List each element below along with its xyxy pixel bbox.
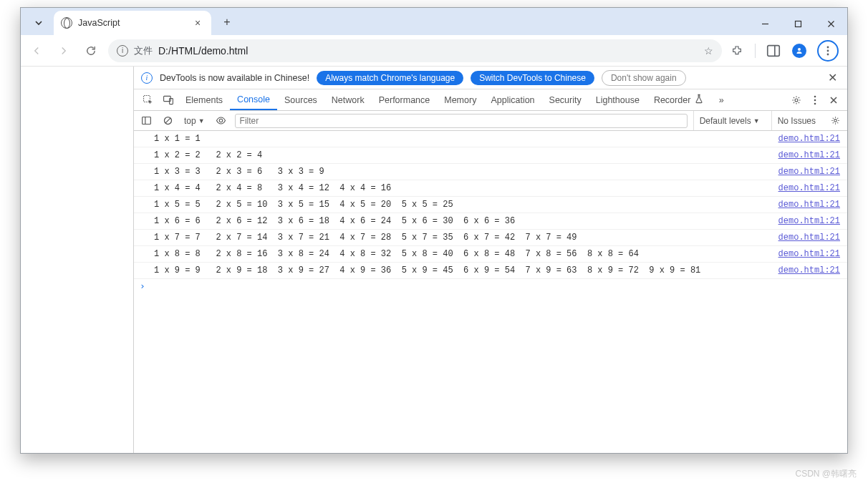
tab-close-button[interactable]: × <box>191 16 204 29</box>
tab-sources[interactable]: Sources <box>277 89 324 110</box>
console-log-message: 1 x 8 = 8 2 x 8 = 16 3 x 8 = 24 4 x 8 = … <box>134 246 778 262</box>
execution-context-selector[interactable]: top ▼ <box>181 116 208 126</box>
site-info-icon[interactable]: i <box>117 45 128 57</box>
infobar-close-button[interactable]: ✕ <box>824 71 840 84</box>
console-log-message: 1 x 1 = 1 <box>134 131 778 147</box>
tab-application[interactable]: Application <box>483 89 541 110</box>
svg-point-8 <box>795 99 798 102</box>
console-log-source-link[interactable]: demo.html:21 <box>778 246 847 262</box>
svg-rect-0 <box>795 21 801 26</box>
more-tabs-button[interactable]: » <box>712 89 730 110</box>
chevron-down-icon: ▼ <box>753 117 760 125</box>
console-log-row: 1 x 9 = 9 2 x 9 = 18 3 x 9 = 27 4 x 9 = … <box>134 263 847 279</box>
watermark: CSDN @韩曙亮 <box>795 468 857 480</box>
toggle-sidebar-icon[interactable] <box>138 113 154 129</box>
tab-strip: JavaScript × + <box>21 8 847 35</box>
svg-point-14 <box>219 119 223 122</box>
tab-lighthouse[interactable]: Lighthouse <box>589 89 647 110</box>
svg-point-3 <box>827 49 829 52</box>
tab-performance[interactable]: Performance <box>372 89 438 110</box>
clear-console-icon[interactable] <box>160 113 175 129</box>
extensions-icon[interactable] <box>729 43 745 59</box>
window-close-button[interactable] <box>814 12 847 35</box>
filter-input[interactable] <box>235 114 688 128</box>
tab-network[interactable]: Network <box>324 89 372 110</box>
infobar-match-language-button[interactable]: Always match Chrome's language <box>317 71 463 85</box>
console-log-row: 1 x 3 = 3 2 x 3 = 6 3 x 3 = 9demo.html:2… <box>134 164 847 180</box>
console-log-row: 1 x 2 = 2 2 x 2 = 4demo.html:21 <box>134 147 847 164</box>
console-output[interactable]: 1 x 1 = 1demo.html:211 x 2 = 2 2 x 2 = 4… <box>134 131 847 453</box>
live-expression-icon[interactable] <box>213 113 229 129</box>
inspect-element-icon[interactable] <box>138 89 158 110</box>
issues-indicator[interactable]: No Issues <box>771 111 821 130</box>
console-log-source-link[interactable]: demo.html:21 <box>778 213 847 229</box>
nav-reload-button[interactable] <box>81 41 101 61</box>
console-toolbar: top ▼ Default levels ▼ No Issues <box>134 111 847 131</box>
console-log-row: 1 x 7 = 7 2 x 7 = 14 3 x 7 = 21 4 x 7 = … <box>134 230 847 246</box>
devtools-panel: i DevTools is now available in Chinese! … <box>134 67 847 453</box>
nav-back-button[interactable] <box>26 41 47 61</box>
log-levels-selector[interactable]: Default levels ▼ <box>693 111 766 130</box>
svg-point-15 <box>834 119 836 122</box>
page-content <box>21 67 134 453</box>
infobar-switch-language-button[interactable]: Switch DevTools to Chinese <box>471 71 594 85</box>
svg-point-2 <box>827 46 829 48</box>
tab-title: JavaScript <box>78 18 120 28</box>
url-scheme: 文件 <box>134 44 153 57</box>
info-icon: i <box>141 72 153 84</box>
new-tab-button[interactable]: + <box>217 12 237 32</box>
devtools-infobar: i DevTools is now available in Chinese! … <box>134 67 847 89</box>
url-path: D:/HTML/demo.html <box>158 45 248 57</box>
console-log-message: 1 x 2 = 2 2 x 2 = 4 <box>134 147 778 163</box>
side-panel-icon[interactable] <box>766 43 781 59</box>
console-log-source-link[interactable]: demo.html:21 <box>778 147 847 163</box>
window-controls <box>748 12 847 35</box>
devtools-settings-icon[interactable] <box>787 89 806 110</box>
svg-point-11 <box>814 102 816 104</box>
tab-search-button[interactable] <box>28 12 49 34</box>
infobar-dismiss-button[interactable]: Don't show again <box>602 70 686 86</box>
console-log-source-link[interactable]: demo.html:21 <box>778 131 847 147</box>
chrome-menu-button[interactable] <box>817 40 839 62</box>
console-settings-icon[interactable] <box>827 113 843 129</box>
console-log-message: 1 x 5 = 5 2 x 5 = 10 3 x 5 = 15 4 x 5 = … <box>134 197 778 213</box>
console-log-row: 1 x 5 = 5 2 x 5 = 10 3 x 5 = 15 4 x 5 = … <box>134 197 847 213</box>
console-log-row: 1 x 1 = 1demo.html:21 <box>134 131 847 147</box>
console-log-message: 1 x 6 = 6 2 x 6 = 12 3 x 6 = 18 4 x 6 = … <box>134 213 778 229</box>
browser-tab[interactable]: JavaScript × <box>54 11 211 35</box>
console-log-row: 1 x 4 = 4 2 x 4 = 8 3 x 4 = 12 4 x 4 = 1… <box>134 180 847 197</box>
tab-console[interactable]: Console <box>230 89 277 110</box>
device-toolbar-icon[interactable] <box>158 89 178 110</box>
url-field[interactable]: i 文件 D:/HTML/demo.html ☆ <box>108 39 722 62</box>
devtools-menu-button[interactable] <box>806 89 824 110</box>
tab-recorder[interactable]: Recorder <box>647 89 712 110</box>
console-log-row: 1 x 6 = 6 2 x 6 = 12 3 x 6 = 18 4 x 6 = … <box>134 213 847 230</box>
svg-rect-12 <box>142 117 150 125</box>
svg-rect-1 <box>768 45 780 56</box>
browser-window: JavaScript × + i 文件 D:/HTML/demo.html ☆ <box>20 7 848 454</box>
console-log-row: 1 x 8 = 8 2 x 8 = 16 3 x 8 = 24 4 x 8 = … <box>134 246 847 263</box>
console-filter[interactable] <box>235 114 688 128</box>
svg-point-10 <box>814 99 816 101</box>
console-log-source-link[interactable]: demo.html:21 <box>778 197 847 213</box>
globe-icon <box>61 17 72 29</box>
console-log-source-link[interactable]: demo.html:21 <box>778 263 847 278</box>
chevron-down-icon: ▼ <box>198 117 205 125</box>
svg-point-4 <box>827 53 829 55</box>
console-log-source-link[interactable]: demo.html:21 <box>778 180 847 196</box>
console-log-source-link[interactable]: demo.html:21 <box>778 164 847 180</box>
window-maximize-button[interactable] <box>781 12 814 35</box>
console-log-message: 1 x 7 = 7 2 x 7 = 14 3 x 7 = 21 4 x 7 = … <box>134 230 778 245</box>
devtools-close-button[interactable] <box>824 89 843 110</box>
svg-point-9 <box>814 95 816 97</box>
window-minimize-button[interactable] <box>748 12 781 35</box>
profile-button[interactable] <box>791 43 807 59</box>
tab-security[interactable]: Security <box>542 89 589 110</box>
console-prompt[interactable]: › <box>134 279 847 291</box>
nav-forward-button[interactable] <box>54 41 74 61</box>
tab-elements[interactable]: Elements <box>178 89 230 110</box>
tab-memory[interactable]: Memory <box>437 89 483 110</box>
bookmark-star-icon[interactable]: ☆ <box>704 45 713 57</box>
flask-icon <box>693 93 705 107</box>
console-log-source-link[interactable]: demo.html:21 <box>778 230 847 245</box>
